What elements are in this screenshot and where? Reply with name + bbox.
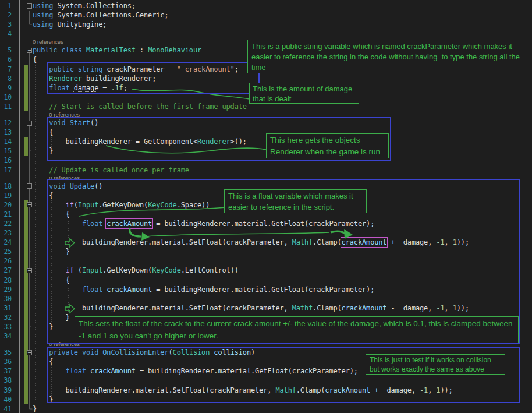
code-line[interactable]: 25 } [0, 247, 532, 256]
code-text[interactable]: } [33, 247, 70, 256]
code-text[interactable]: float crackAmount = buildingRenderer.mat… [33, 219, 374, 228]
codelens-references[interactable]: 0 references [33, 38, 63, 45]
code-text[interactable]: { [33, 55, 37, 64]
code-text[interactable]: void Update() [33, 182, 102, 191]
code-line[interactable]: 29 float crackAmount = buildingRenderer.… [0, 285, 532, 294]
code-text[interactable]: { [33, 191, 53, 200]
codelens-row[interactable]: 0 references [0, 38, 532, 45]
code-text[interactable]: } [33, 146, 53, 156]
code-text[interactable]: buildingRenderer.material.SetFloat(crack… [33, 386, 453, 395]
code-line[interactable]: 38 [0, 376, 532, 385]
code-line[interactable]: 8 Renderer buildingRenderer; [0, 74, 532, 83]
code-line[interactable]: 30 [0, 294, 532, 303]
outlining-margin [26, 395, 33, 404]
code-line[interactable]: 10 [0, 93, 532, 102]
code-text[interactable]: using System.Collections; [33, 1, 136, 10]
code-line[interactable]: 34 [0, 331, 532, 341]
code-line[interactable]: 1−using System.Collections; [0, 1, 532, 10]
codelens-references[interactable]: 0 references [33, 175, 80, 182]
code-text[interactable]: float crackAmount = buildingRenderer.mat… [33, 366, 358, 376]
code-text[interactable]: { [33, 128, 53, 137]
code-line[interactable]: 5−public class MaterialTest : MonoBehavi… [0, 45, 532, 55]
code-line[interactable]: 18− void Update() [0, 182, 532, 191]
code-line[interactable]: 17 // Update is called once per frame [0, 165, 532, 175]
code-text[interactable]: public string crackParameter = "_crackAm… [33, 65, 239, 74]
code-line[interactable]: 2using System.Collections.Generic; [0, 10, 532, 20]
code-text[interactable]: if (Input.GetKeyDown(KeyCode.LeftControl… [33, 266, 239, 275]
code-text[interactable]: void Start() [33, 118, 98, 128]
code-line[interactable]: 41} [0, 404, 532, 413]
code-line[interactable]: 14 buildingRenderer = GetComponent<Rende… [0, 137, 532, 146]
code-text[interactable]: public class MaterialTest : MonoBehaviou… [33, 45, 201, 55]
fold-marker[interactable]: − [27, 48, 32, 53]
token: float [82, 220, 107, 228]
change-tracking-margin [19, 83, 26, 93]
code-line[interactable]: 32 } [0, 313, 532, 322]
code-text[interactable]: private void OnCollisionEnter(Collision … [33, 348, 255, 357]
gutter-divider [12, 256, 19, 266]
code-text[interactable]: } [33, 404, 37, 413]
code-line[interactable]: 24 buildingRenderer.material.SetFloat(cr… [0, 238, 532, 247]
code-line[interactable]: 15 } [0, 146, 532, 156]
code-line[interactable]: 22 float crackAmount = buildingRenderer.… [0, 219, 532, 228]
code-line[interactable]: 23 [0, 228, 532, 238]
line-number: 10 [0, 93, 12, 102]
fold-marker[interactable]: − [27, 183, 32, 189]
code-line[interactable]: 33 } [0, 322, 532, 331]
code-text[interactable]: float crackAmount = buildingRenderer.mat… [33, 285, 374, 294]
codelens-row[interactable]: 0 references [0, 111, 532, 118]
token: = [98, 84, 111, 92]
codelens-row[interactable]: 0 references [0, 341, 532, 348]
codelens-references[interactable]: 0 references [33, 341, 80, 348]
code-line[interactable]: 3using UnityEngine; [0, 20, 532, 29]
fold-marker[interactable]: − [27, 121, 32, 126]
code-line[interactable]: 27− if (Input.GetKeyDown(KeyCode.LeftCon… [0, 266, 532, 275]
code-line[interactable]: 9 float damage = .1f; [0, 83, 532, 93]
code-text[interactable]: buildingRenderer.material.SetFloat(crack… [33, 303, 469, 313]
code-text[interactable]: using UnityEngine; [33, 20, 107, 29]
code-line[interactable]: 4 [0, 29, 532, 38]
code-line[interactable]: 11 // Start is called before the first f… [0, 102, 532, 111]
code-line[interactable]: 16 [0, 156, 532, 165]
code-text[interactable]: buildingRenderer.material.SetFloat(crack… [33, 238, 469, 247]
code-text[interactable]: // Update is called once per frame [33, 165, 189, 175]
code-line[interactable]: 31 buildingRenderer.material.SetFloat(cr… [0, 303, 532, 313]
outlining-margin: − [26, 182, 33, 191]
code-line[interactable]: 26 [0, 256, 532, 266]
code-text[interactable]: float damage = .1f; [33, 83, 127, 93]
codelens-references[interactable]: 0 references [33, 111, 80, 118]
code-line[interactable]: 37 float crackAmount = buildingRenderer.… [0, 366, 532, 376]
code-text[interactable]: } [33, 322, 53, 331]
code-text[interactable]: { [33, 276, 70, 285]
code-line[interactable]: 21 { [0, 210, 532, 219]
code-text[interactable]: buildingRenderer = GetComponent<Renderer… [33, 137, 247, 146]
code-line[interactable]: 19 { [0, 191, 532, 200]
code-line[interactable]: 6{ [0, 55, 532, 64]
code-text[interactable]: { [33, 210, 70, 219]
code-line[interactable]: 28 { [0, 276, 532, 285]
code-text[interactable]: using System.Collections.Generic; [33, 10, 168, 20]
fold-marker[interactable]: − [27, 268, 32, 273]
fold-marker[interactable]: − [27, 202, 32, 207]
code-text[interactable]: } [33, 313, 70, 322]
code-line[interactable]: 36 { [0, 357, 532, 366]
fold-marker[interactable]: − [27, 3, 32, 9]
line-number: 8 [0, 74, 12, 83]
outlining-margin: − [26, 266, 33, 275]
code-line[interactable]: 35− private void OnCollisionEnter(Collis… [0, 348, 532, 357]
code-text[interactable]: // Start is called before the first fram… [33, 102, 247, 111]
code-line[interactable]: 20− if(Input.GetKeyDown(KeyCode.Space)) [0, 200, 532, 210]
fold-marker[interactable]: − [27, 350, 32, 355]
code-line[interactable]: 39 buildingRenderer.material.SetFloat(cr… [0, 386, 532, 395]
code-line[interactable]: 13 { [0, 128, 532, 137]
code-text[interactable]: Renderer buildingRenderer; [33, 74, 156, 83]
code-text[interactable]: } [33, 395, 53, 404]
code-line[interactable]: 7 public string crackParameter = "_crack… [0, 65, 532, 74]
code-line[interactable]: 40 } [0, 395, 532, 404]
code-text[interactable]: if(Input.GetKeyDown(KeyCode.Space)) [33, 200, 210, 210]
codelens-row[interactable]: 0 references [0, 175, 532, 182]
token: : [136, 46, 148, 54]
code-text[interactable]: { [33, 357, 53, 366]
code-rows[interactable]: 1−using System.Collections;2using System… [0, 0, 532, 413]
code-line[interactable]: 12− void Start() [0, 118, 532, 128]
